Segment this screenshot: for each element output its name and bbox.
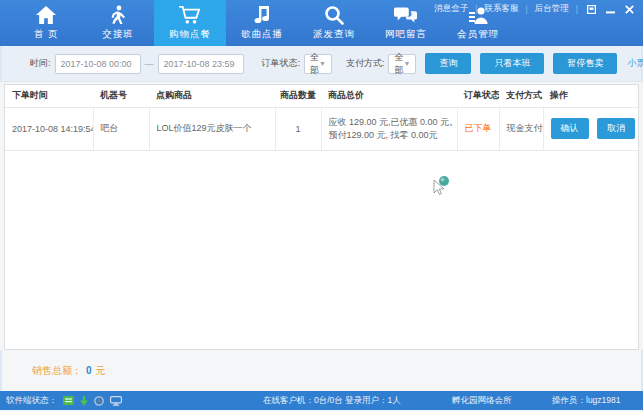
cell-total-price: 应收 129.00 元,已优惠 0.00 元。 预付129.00 元, 找零 0…: [321, 107, 457, 150]
nav-tab-shift[interactable]: 交接班: [82, 0, 154, 46]
status-badge: 已下单: [465, 123, 492, 133]
nav-tab-label: 派发查询: [313, 28, 355, 41]
table-row[interactable]: 2017-10-08 14:19:54 吧台 LOL价值129元皮肤一个 1 应…: [5, 107, 638, 150]
contact-support-link[interactable]: 联系客服: [485, 3, 519, 15]
nav-tab-label: 购物点餐: [169, 28, 211, 41]
col-header-machine: 机器号: [93, 85, 149, 107]
search-icon: [324, 5, 344, 25]
operator-name: 操作员：lugz1981: [552, 391, 621, 410]
client-status-label: 软件端状态：: [6, 395, 57, 407]
home-icon: [35, 5, 57, 25]
cell-actions: 确认 取消: [543, 107, 638, 150]
orders-panel: 下单时间 机器号 点购商品 商品数量 商品总价 订单状态 支付方式 操作 201…: [4, 84, 639, 350]
close-icon[interactable]: [623, 4, 635, 14]
time-to-input[interactable]: [158, 54, 244, 74]
client-status-group: 软件端状态：: [6, 391, 122, 410]
col-header-pay-method: 支付方式: [499, 85, 543, 107]
shift-icon: [108, 5, 128, 25]
cell-order-status: 已下单: [457, 107, 499, 150]
titlebar-divider: |: [576, 4, 578, 14]
message-box-link[interactable]: 消息盒子: [434, 3, 468, 15]
time-from-input[interactable]: [55, 54, 141, 74]
time-label: 时间:: [30, 57, 51, 70]
col-header-order-time: 下单时间: [5, 85, 93, 107]
cell-order-time: 2017-10-08 14:19:54: [5, 107, 93, 150]
main-content: 下单时间 机器号 点购商品 商品数量 商品总价 订单状态 支付方式 操作 201…: [0, 82, 643, 350]
titlebar-divider: |: [526, 4, 528, 14]
pause-sale-button[interactable]: 暂停售卖: [553, 53, 617, 74]
pay-method-label: 支付方式:: [346, 57, 385, 70]
nav-tab-song[interactable]: 歌曲点播: [226, 0, 298, 46]
titlebar-divider: |: [475, 4, 477, 14]
admin-backend-link[interactable]: 后台管理: [535, 3, 569, 15]
titlebar: 消息盒子 | 联系客服 | 后台管理 |: [434, 3, 635, 15]
chevron-down-icon: ▼: [319, 60, 326, 67]
cell-pay-method: 现金支付: [499, 107, 543, 150]
nav-tab-dispatch-query[interactable]: 派发查询: [298, 0, 370, 46]
sales-total-value: 0: [86, 365, 92, 376]
price-line-1: 应收 129.00 元,已优惠 0.00 元。: [329, 116, 457, 129]
status-icons: [63, 396, 122, 406]
sales-total-label: 销售总额：: [32, 364, 82, 378]
sales-total-bar: 销售总额： 0 元: [0, 350, 643, 391]
nav-tab-label: 会员管理: [457, 28, 499, 41]
cell-quantity: 1: [275, 107, 321, 150]
filter-bar: 时间: — 订单状态: 全部 ▼ 支付方式: 全部 ▼ 查询 只看本班 暂停售卖…: [0, 46, 643, 82]
price-line-2: 预付129.00 元, 找零 0.00元: [329, 129, 457, 142]
record-icon[interactable]: [94, 396, 104, 406]
logged-users-status: 登录用户：1人: [345, 391, 401, 410]
online-clients-status: 在线客户机：0台/0台: [263, 391, 343, 410]
query-button[interactable]: 查询: [425, 53, 471, 74]
cell-product: LOL价值129元皮肤一个: [149, 107, 275, 150]
order-status-value: 全部: [310, 51, 319, 77]
orders-table: 下单时间 机器号 点购商品 商品数量 商品总价 订单状态 支付方式 操作 201…: [5, 85, 638, 151]
cancel-button[interactable]: 取消: [597, 118, 635, 139]
pay-method-value: 全部: [394, 51, 403, 77]
top-nav: 首 页 交接班 购物点餐 歌曲点播 派发查询 网吧留言 会员管理: [0, 0, 643, 46]
cell-machine: 吧台: [93, 107, 149, 150]
order-status-label: 订单状态:: [262, 57, 301, 70]
monitor-icon[interactable]: [110, 396, 122, 406]
nav-tab-messages[interactable]: 网吧留言: [370, 0, 442, 46]
chevron-down-icon: ▼: [403, 60, 410, 67]
order-status-select[interactable]: 全部 ▼: [304, 54, 332, 74]
time-range-dash: —: [145, 59, 154, 69]
confirm-button[interactable]: 确认: [551, 118, 589, 139]
status-bar: 软件端状态： 在线客户机：0台/0台 登录用户：1人 孵化园网络会所 操作员：l…: [0, 391, 643, 410]
message-icon: [394, 5, 418, 25]
col-header-order-status: 订单状态: [457, 85, 499, 107]
music-icon: [253, 5, 271, 25]
cart-icon: [178, 5, 202, 25]
col-header-quantity: 商品数量: [275, 85, 321, 107]
download-arrow-icon[interactable]: [80, 396, 88, 406]
sales-total-unit: 元: [96, 364, 106, 378]
col-header-actions: 操作: [543, 85, 638, 107]
nav-tab-label: 歌曲点播: [241, 28, 283, 41]
minimize-icon[interactable]: [604, 4, 616, 14]
col-header-total-price: 商品总价: [321, 85, 457, 107]
pay-method-select[interactable]: 全部 ▼: [388, 54, 416, 74]
table-header-row: 下单时间 机器号 点购商品 商品数量 商品总价 订单状态 支付方式 操作: [5, 85, 638, 107]
window-restore-icon[interactable]: [585, 4, 597, 14]
nav-tab-shop-order[interactable]: 购物点餐: [154, 0, 226, 46]
receipt-print-help-link[interactable]: 小票打印说明: [627, 57, 643, 70]
venue-name: 孵化园网络会所: [452, 391, 512, 410]
nav-tab-home[interactable]: 首 页: [10, 0, 82, 46]
shift-only-button[interactable]: 只看本班: [480, 53, 544, 74]
col-header-product: 点购商品: [149, 85, 275, 107]
nav-tab-label: 网吧留言: [385, 28, 427, 41]
nav-tab-label: 交接班: [102, 28, 134, 41]
client-list-icon[interactable]: [63, 396, 74, 405]
nav-tab-label: 首 页: [34, 28, 59, 41]
